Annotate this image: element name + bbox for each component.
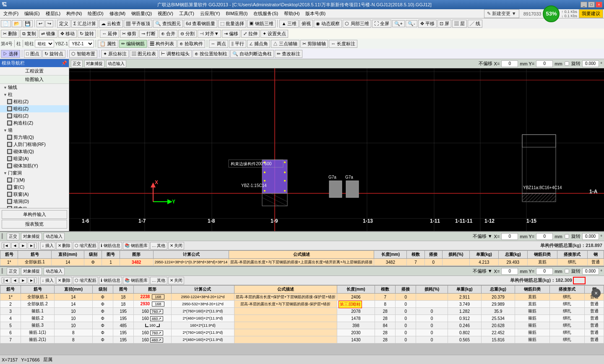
nav-window[interactable]: 🔲窗(C) [0,184,69,191]
dynamic-view-btn[interactable]: ◉ 动态观察 [314,20,342,28]
zoom-in-btn[interactable]: 🔍+ [392,20,405,27]
table1-container[interactable]: 筋号 筋号 直径(mm) 级别 图号 图形 计算公式 公式描述 长度(mm) 根… [0,250,604,266]
t2-next-btn[interactable]: ► [19,277,27,283]
redo-btn[interactable]: ↪ [45,20,53,27]
table-row[interactable]: 1* 全部纵筋.1 14 Φ 18 2238 168 2950-1224+38*… [0,294,604,301]
nav-frame-col[interactable]: 🔲框柱(Z) [0,98,69,105]
three-point-btn[interactable]: △ 三点辅轴 [271,40,299,48]
component-list-btn[interactable]: ☰ 构件列表 [148,40,176,48]
snap-btn[interactable]: 对象捕捉 [84,60,104,68]
t1-first-btn[interactable]: |◄ [2,242,10,249]
x-input-3[interactable] [501,268,518,275]
trim-btn[interactable]: ✂ 修剪 [120,30,138,38]
find-rebar-btn[interactable]: 6d 查看钢筋量 [184,20,217,28]
single-component-btn[interactable]: 单构件输入 [2,210,67,219]
nav-section-drawing[interactable]: 绘图输入 [0,75,69,84]
x-input-2[interactable] [501,233,518,240]
t1-last-btn[interactable]: ►| [28,242,36,249]
menu-cloud[interactable]: 云应用(Y) [198,10,223,18]
t2-rebar-lib-btn[interactable]: 📚 钢筋图库 [123,277,149,284]
t2-rebar-info-btn[interactable]: ℹ 钢筋信息 [99,277,122,284]
select-btn[interactable]: ▷ 选择 [1,50,20,58]
menu-view[interactable]: 视图(V) [155,10,176,18]
flat-view-btn[interactable]: ▦ 平齐板顶 [124,20,152,28]
orthogonal-btn-3[interactable]: 正交 [7,268,19,275]
in-situ-mark-btn[interactable]: ✦ 原位标注 [101,50,129,58]
report-preview-btn[interactable]: 报表预览 [2,220,67,229]
nav-end-col[interactable]: 🔲端柱(Z) [0,112,69,120]
cut-aux-btn[interactable]: ✂ 剪除辅轴 [300,40,328,48]
t2-first-btn[interactable]: |◄ [2,277,10,283]
menu-file[interactable]: 文件(F) [1,10,21,18]
y-input-3[interactable] [536,268,553,275]
adj-col-end-btn[interactable]: ⊢ 调整柱端头 [159,50,192,58]
menu-online[interactable]: 在线服务(S) [251,10,281,18]
t2-scale-btn[interactable]: ⬡ 缩尺配筋 [73,277,98,284]
dynamic-input-btn-2[interactable]: 动态输入 [44,233,65,240]
menu-modify[interactable]: 修改(M) [107,10,128,18]
table-row[interactable]: 6 箍筋.1(1) 8 Φ 195 160 760↗ 2*(760+160)+2… [0,329,604,336]
zoom-out-btn[interactable]: 🔍- [406,20,417,27]
t2-last-btn[interactable]: ►| [28,277,36,283]
rotate-input-2[interactable] [582,233,599,240]
rotate-check-2[interactable] [565,234,569,238]
length-mark-btn[interactable]: ↔ 长度标注 [329,40,357,48]
line-btn[interactable]: ╱ 线 [468,20,482,28]
draw-by-pos-btn[interactable]: ⊕ 按位置绘制柱 [193,50,229,58]
menu-draw[interactable]: 绘图(D) [85,10,106,18]
col-table-btn[interactable]: ▤ 图元柱表 [130,50,158,58]
nav-niche[interactable]: 🔲壁龛(I) [0,205,69,208]
nav-masonry-rebar[interactable]: 🔲砌体加筋(Y) [0,162,69,169]
offset-btn[interactable]: ⇥ 偏移 [222,30,240,38]
x-input[interactable] [501,60,518,67]
smart-layout-btn[interactable]: ⬡ 智能布置 [69,50,97,58]
delete-btn[interactable]: ✂ 删除 [1,30,19,38]
pan-btn[interactable]: ✥ 平移 [418,20,437,28]
menu-help[interactable]: 帮助(H) [281,10,302,18]
fullscreen-btn[interactable]: ⛶ 全屏 [372,20,391,28]
parallel-btn[interactable]: ∥ 平行 [229,40,246,48]
t2-prev-btn[interactable]: ◄ [11,277,19,283]
menu-rebar[interactable]: 钢筋量(Q) [129,10,154,18]
table-row[interactable]: 4 箍筋.2 10 Φ 195 160 460↗ 2*(460+160)+2*(… [0,315,604,322]
nav-civil-wall[interactable]: 🔲人防门框墙(RF) [0,141,69,148]
auto-judge-btn[interactable]: 🔍 自动判断边角柱 [230,50,274,58]
define-btn[interactable]: 定义 [57,20,70,28]
menu-tools[interactable]: 工具(T) [177,10,197,18]
table-row[interactable]: 5 箍筋.3 10 Φ 485 160 160+2*(11.9*d) 39 [0,322,604,329]
calc-btn[interactable]: Σ 汇总计算 [71,20,98,28]
copy-btn[interactable]: ⧉ 复制 [20,30,38,38]
rotate-input[interactable] [582,60,599,67]
t2-other-btn[interactable]: … 其他 [150,277,167,284]
menu-component[interactable]: 构件(N) [64,10,84,18]
t1-delete-btn[interactable]: ✕ 删除 [56,242,73,250]
t2-delete-btn[interactable]: ✕ 删除 [56,277,73,284]
screen-btn[interactable]: ⊡ 屏 [437,20,451,28]
rotate-input-3[interactable] [582,268,599,275]
mirror-btn[interactable]: ⇌ 镜像 [39,30,57,38]
save-btn[interactable]: 💾 [23,20,33,27]
nav-axis[interactable]: ▼ 轴线 [0,84,69,91]
menu-edit[interactable]: 编辑(E) [22,10,42,18]
t1-next-btn[interactable]: ► [19,242,27,249]
stretch-btn[interactable]: ⤢ 拉伸 [241,30,260,38]
split-btn[interactable]: ⊖ 分割 [178,30,197,38]
rotate-pt-btn[interactable]: ↻ 旋转点 [42,50,65,58]
move-btn[interactable]: ✥ 移动 [58,30,77,38]
table-row[interactable]: 1* 全部纵筋.1 14 Φ 1 3482 2950-1224+38*d+1*(… [0,259,604,266]
find-elem-btn[interactable]: 🔍 查找图元 [153,20,183,28]
t1-insert-btn[interactable]: ↓ 插入 [40,242,55,250]
new-change-btn[interactable]: ✎ 新建变更 ▼ [484,9,519,18]
extend-btn[interactable]: ↔ 延伸 [100,30,119,38]
view-btn[interactable]: 俯视 [299,20,313,28]
drawing-canvas[interactable]: 1-6 1-7 1-8 1-9 1-13 1-11 1-11-11 1-12 1… [69,59,604,231]
nav-dark-beam[interactable]: 🔲暗梁(A) [0,155,69,162]
nav-wall[interactable]: ▼ 墙 [0,127,69,134]
y-input-2[interactable] [536,233,553,240]
panel-pin-icon[interactable]: 📌 [61,60,67,66]
nav-combo-win[interactable]: 🔲联窗(A) [0,191,69,198]
y-input[interactable] [536,60,553,67]
pick-component-btn[interactable]: ⊕ 拾取构件 [177,40,205,48]
panel-close-btn[interactable]: × [591,289,601,298]
suggest-btn[interactable]: 我要建议 [579,9,603,18]
